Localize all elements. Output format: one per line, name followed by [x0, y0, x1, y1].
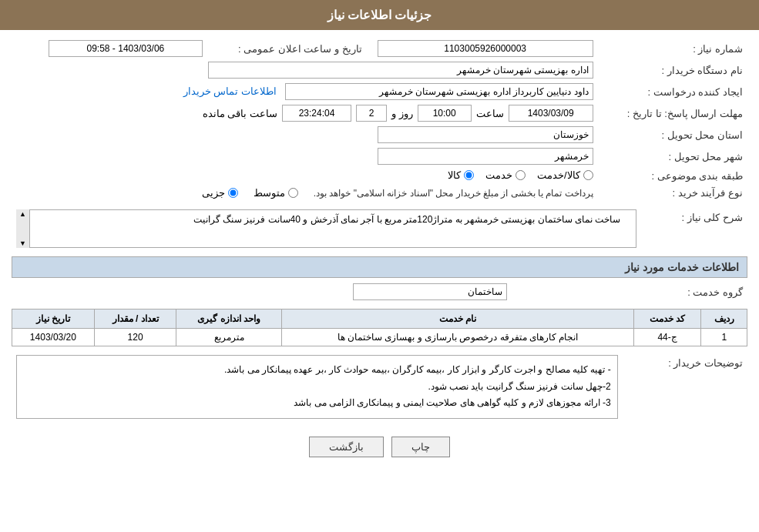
- category-label-kala-khedmat: کالا/خدمت: [537, 169, 580, 181]
- cell-date: 1403/03/20: [12, 329, 95, 346]
- buyer-note-line: 3- ارائه مجوزهای لازم و کلیه گواهی های ص…: [23, 395, 611, 412]
- announce-label: تاریخ و ساعت اعلان عمومی :: [207, 38, 367, 59]
- need-number-label: شماره نیاز :: [598, 38, 747, 59]
- deadline-remaining-label: ساعت باقی مانده: [203, 108, 277, 119]
- buyer-org-value: اداره بهزیستی شهرستان خرمشهر: [208, 62, 593, 79]
- creator-contact-link[interactable]: اطلاعات تماس خریدار: [183, 85, 277, 97]
- services-section-header: اطلاعات خدمات مورد نیاز: [12, 256, 747, 278]
- description-label: شرح کلی نیاز :: [641, 207, 747, 250]
- need-number-value: 1103005926000003: [378, 40, 593, 57]
- category-option-kala[interactable]: کالا: [448, 169, 474, 181]
- buyer-org-label: نام دستگاه خریدار :: [598, 59, 747, 81]
- category-radio-kala-khedmat[interactable]: [583, 170, 593, 180]
- creator-value: داود دنیایین کاربرداز اداره بهزیستی شهرس…: [285, 83, 593, 100]
- deadline-label: مهلت ارسال پاسخ: تا تاریخ :: [598, 102, 747, 124]
- back-button[interactable]: بازگشت: [309, 437, 384, 457]
- process-note: پرداخت تمام یا بخشی از مبلغ خریدار محل "…: [314, 188, 593, 199]
- description-value: ساخت نمای ساختمان بهزیستی خرمشهر به مترا…: [16, 209, 636, 248]
- city-value: خرمشهر: [378, 148, 593, 165]
- scroll-up-icon[interactable]: ▲: [19, 210, 26, 218]
- col-header-qty: تعداد / مقدار: [94, 309, 176, 329]
- category-radio-khedmat[interactable]: [516, 170, 526, 180]
- cell-qty: 120: [94, 329, 176, 346]
- cell-unit: مترمربع: [176, 329, 282, 346]
- process-option-motavasset[interactable]: متوسط: [254, 187, 298, 199]
- col-header-unit: واحد اندازه گیری: [176, 309, 282, 329]
- category-option-khedmat[interactable]: خدمت: [485, 169, 526, 181]
- services-table: ردیف کد خدمت نام خدمت واحد اندازه گیری ت…: [12, 309, 747, 346]
- process-label: نوع فرآیند خرید :: [598, 185, 747, 201]
- category-option-kala-khedmat[interactable]: کالا/خدمت: [537, 169, 593, 181]
- category-label-kala: کالا: [448, 169, 461, 181]
- category-radio-group: کالا/خدمت خدمت کالا: [448, 169, 593, 181]
- deadline-days-label: روز و: [391, 108, 413, 119]
- print-button[interactable]: چاپ: [391, 437, 450, 457]
- province-label: استان محل تحویل :: [598, 124, 747, 146]
- col-header-code: کد خدمت: [633, 309, 701, 329]
- deadline-days: 2: [356, 105, 387, 122]
- cell-code: ج-44: [633, 329, 701, 346]
- province-value: خوزستان: [378, 126, 593, 143]
- deadline-time-label: ساعت: [476, 108, 504, 119]
- table-row: 1 ج-44 انجام کارهای متفرقه درخصوص بارساز…: [12, 329, 747, 346]
- buyer-note-line: 2-چهل سانت فرنیز سنگ گرانیت باید نصب شود…: [23, 379, 611, 396]
- col-header-date: تاریخ نیاز: [12, 309, 95, 329]
- announce-value: 1403/03/06 - 09:58: [49, 40, 203, 57]
- deadline-remaining: 23:24:04: [282, 105, 351, 122]
- buyer-note-line: - تهیه کلیه مصالح و اجرت کارگر و ابزار ک…: [23, 362, 611, 379]
- category-label-khedmat: خدمت: [485, 169, 512, 181]
- col-header-row: ردیف: [701, 309, 747, 329]
- cell-row: 1: [701, 329, 747, 346]
- scroll-down-icon[interactable]: ▼: [19, 239, 26, 247]
- service-group-label: گروه خدمت :: [512, 281, 747, 303]
- cell-name: انجام کارهای متفرقه درخصوص بارسازی و بهس…: [282, 329, 634, 346]
- service-group-value: ساختمان: [353, 283, 507, 300]
- deadline-time: 10:00: [418, 105, 472, 122]
- deadline-date: 1403/03/09: [509, 105, 593, 122]
- page-title: جزئیات اطلاعات نیاز: [0, 0, 759, 30]
- col-header-name: نام خدمت: [282, 309, 634, 329]
- city-label: شهر محل تحویل :: [598, 146, 747, 167]
- category-label: طبقه بندی موضوعی :: [598, 167, 747, 185]
- category-radio-kala[interactable]: [464, 170, 474, 180]
- process-label-motavasset: متوسط: [254, 187, 285, 199]
- creator-label: ایجاد کننده درخواست :: [598, 81, 747, 102]
- process-label-jozyi: جزیی: [202, 187, 225, 199]
- buyer-notes-value: - تهیه کلیه مصالح و اجرت کارگر و ابزار ک…: [16, 355, 618, 419]
- buyer-notes-label: توضیحات خریدار :: [623, 353, 747, 421]
- process-radio-motavasset[interactable]: [288, 188, 298, 198]
- process-option-jozyi[interactable]: جزیی: [202, 187, 238, 199]
- process-radio-jozyi[interactable]: [228, 188, 238, 198]
